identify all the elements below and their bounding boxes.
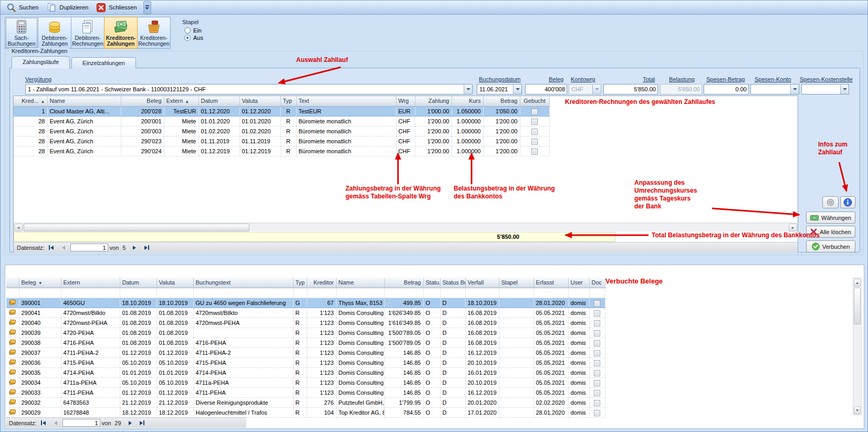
posted-row[interactable]: 290037 4711-PEHA-2 01.12.2019 01.12.2019… [6,347,605,357]
col-name[interactable]: Name [47,96,121,106]
ribbon-button-kreditoren-zahlungen[interactable]: Kreditoren-Zahlungen [104,17,138,49]
dropdown-arrow-icon[interactable] [513,85,521,94]
doc-checkbox[interactable] [594,370,600,376]
next-record-button[interactable] [125,419,135,427]
duplicate-button[interactable]: Duplizieren [44,2,93,14]
col-typ[interactable]: Typ [280,96,296,106]
gebucht-checkbox[interactable] [531,119,538,125]
horizontal-scrollbar[interactable]: ◄ ► [14,223,798,231]
posted-row[interactable]: 290036 4715-PEHA 05.10.2019 05.10.2019 4… [6,357,605,367]
search-button[interactable]: Suchen [3,2,44,14]
stapel-radio-ein[interactable]: Ein [184,27,203,34]
doc-checkbox[interactable] [594,350,600,356]
scroll-left-icon[interactable]: ◄ [14,224,23,231]
dropdown-arrow-icon[interactable] [790,85,799,94]
gebucht-checkbox[interactable] [531,149,538,155]
last-record-button[interactable] [141,244,152,251]
col-name[interactable]: Name [336,278,384,288]
payment-row[interactable]: 28 Event AG, Zürich 290'024 Miete 01.12.… [14,146,549,156]
scroll-up-icon[interactable]: ▲ [854,279,861,287]
last-record-button[interactable] [137,419,148,427]
col-valuta[interactable]: Valuta [239,96,280,106]
ribbon-button-debitoren-rechnungen[interactable]: Debitoren-Rechnungen [71,17,104,49]
col-zahlung[interactable]: Zahlung [415,96,452,106]
col-wrg[interactable]: Wrg [396,96,415,106]
first-record-button[interactable] [38,419,49,427]
doc-checkbox[interactable] [594,320,600,326]
posted-row[interactable]: 290039 4720-PEHA 01.08.2019 01.08.2019 R… [6,328,605,338]
buchungsdatum-picker[interactable]: 11.06.2021 [477,84,522,94]
ribbon-button-debitoren-zahlungen[interactable]: Debitoren-Zahlungen [38,17,71,49]
dropdown-arrow-icon[interactable] [464,85,472,94]
gebucht-checkbox[interactable] [531,109,538,115]
verbuchen-button[interactable]: Verbuchen [806,240,855,252]
col-betrag[interactable]: Betrag [483,96,520,106]
col-extern[interactable]: Extern [61,278,120,288]
doc-checkbox[interactable] [594,300,600,307]
beleg-field[interactable]: 400'008 [525,84,567,94]
doc-checkbox[interactable] [594,310,600,317]
col-doc[interactable]: Doc [589,278,605,288]
doc-checkbox[interactable] [594,330,600,336]
doc-checkbox[interactable] [594,400,600,406]
col-status[interactable]: Statu... [423,278,440,288]
col-datum[interactable]: Datum [198,96,239,106]
col-verfall[interactable]: Verfall [465,278,499,288]
payment-row[interactable]: 28 Event AG, Zürich 290'023 Miete 01.11.… [14,136,549,146]
scroll-down-icon[interactable]: ▼ [854,406,861,414]
doc-checkbox[interactable] [594,410,600,416]
col-kred[interactable]: Kred...▲ [14,96,47,106]
doc-checkbox[interactable] [594,360,600,366]
col-gebucht[interactable]: Gebucht [520,96,549,106]
payment-row[interactable]: 28 Event AG, Zürich 200'001 Miete 01.01.… [14,116,549,126]
scrollbar-thumb[interactable] [24,224,249,231]
tab-zahlungslaeufe[interactable]: Zahlungsläufe [12,56,70,68]
posted-row[interactable]: 290034 4711a-PEHA 05.10.2019 05.10.2019 … [6,377,605,387]
col-datum[interactable]: Datum [120,278,156,288]
spesen-betrag-field[interactable]: 0.00 [704,84,749,94]
posted-row[interactable]: 290035 4714-PEHA 01.01.2019 01.01.2019 4… [6,367,605,377]
col-text[interactable]: Text [296,96,396,106]
previous-record-button[interactable] [58,244,69,251]
scroll-right-icon[interactable]: ► [789,224,797,231]
close-button[interactable]: Schliessen [93,2,142,14]
doc-checkbox[interactable] [594,380,600,386]
spesen-kostenstelle-combobox[interactable] [801,84,849,94]
payment-row[interactable]: 28 Event AG, Zürich 200'003 Miete 01.02.… [14,126,549,136]
ribbon-button-kreditoren-rechnungen[interactable]: Kreditoren-Rechnungen [137,17,171,49]
col-extern[interactable]: Extern▲ [164,96,198,106]
toolstrip-overflow-button[interactable] [143,1,151,14]
posted-row[interactable]: 290029 16278848 18.12.2019 18.12.2019 Ha… [6,407,605,417]
gebucht-checkbox[interactable] [531,139,538,145]
posted-row[interactable]: 390001 4650GU 18.10.2019 18.10.2019 GU z… [6,298,605,308]
posted-row[interactable]: 290032 64783563 21.12.2019 21.12.2019 Di… [6,397,605,407]
first-record-button[interactable] [46,244,57,251]
dropdown-arrow-icon[interactable] [840,85,849,94]
gebucht-checkbox[interactable] [531,129,538,135]
previous-record-button[interactable] [50,419,61,427]
posted-row[interactable]: 290040 4720mwst-PEHA 01.08.2019 01.08.20… [6,318,605,328]
zahllauf-info-button[interactable] [840,196,855,208]
record-number-input[interactable] [62,419,100,427]
tab-einzelzahlungen[interactable]: Einzelzahlungen [71,57,136,68]
col-kurs[interactable]: Kurs [452,96,483,106]
payment-row[interactable]: 1 Cloud Master AG, Alti... 200'028 TestE… [14,106,549,116]
filter-row[interactable] [6,288,605,298]
col-valuta[interactable]: Valuta [156,278,193,288]
col-typ[interactable]: Typ [293,278,307,288]
doc-checkbox[interactable] [594,390,600,396]
next-record-button[interactable] [129,244,140,251]
col-beleg[interactable]: Beleg [121,96,164,106]
col-buchungstext[interactable]: Buchungstext [193,278,293,288]
col-beleg[interactable]: Beleg▼ [19,278,61,288]
ribbon-button-sach-buchungen[interactable]: Sach-Buchungen [5,17,38,49]
posted-row[interactable]: 290033 4711-PEHA 01.12.2019 01.12.2019 4… [6,387,605,397]
col-kreditor[interactable]: Kreditor [307,278,336,288]
zahllauf-combobox[interactable]: 1 - Zahllauf vom 11.06.2021 - Schweizer … [25,84,473,94]
col-erfasst[interactable]: Erfasst [534,278,568,288]
spesen-konto-combobox[interactable] [750,84,799,94]
scrollbar-thumb[interactable] [854,288,861,324]
total-field[interactable]: 5'850.00 [603,84,658,94]
col-betrag[interactable]: Betrag [384,278,423,288]
waehrungen-button[interactable]: Währungen [806,212,855,224]
